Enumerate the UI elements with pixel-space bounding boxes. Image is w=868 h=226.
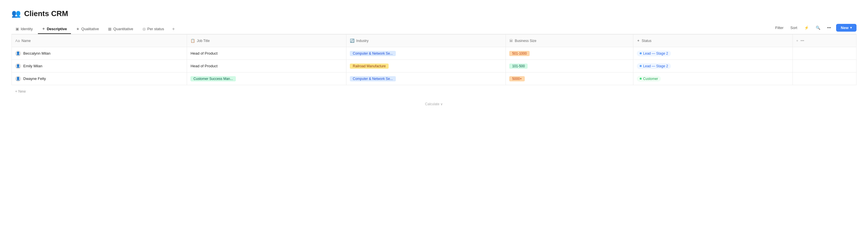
cell-status: Lead — Stage 2 bbox=[633, 60, 793, 73]
status-label: Lead — Stage 2 bbox=[643, 52, 668, 56]
calculate-row[interactable]: Calculate ∨ bbox=[12, 98, 857, 110]
page-title: Clients CRM bbox=[24, 9, 68, 18]
person-name: Dwayne Felty bbox=[23, 77, 46, 81]
status-label: Customer bbox=[643, 77, 658, 81]
tab-identity[interactable]: ▣ Identity bbox=[11, 24, 37, 34]
status-dot bbox=[640, 78, 642, 80]
bizsize-tag: 5000+ bbox=[509, 76, 525, 81]
new-button[interactable]: New ▾ bbox=[836, 24, 857, 32]
col-options-icon[interactable]: ••• bbox=[801, 39, 804, 43]
name-col-icon: Aa bbox=[15, 38, 20, 43]
status-dot bbox=[640, 65, 642, 67]
status-col-icon: ✦ bbox=[637, 38, 640, 43]
tab-quantitative[interactable]: ▦ Quantitative bbox=[104, 24, 137, 34]
status-badge: Lead — Stage 2 bbox=[637, 63, 671, 69]
cell-bizsize: 501-1000 bbox=[506, 47, 633, 60]
col-header-jobtitle: 📋 Job Title bbox=[187, 34, 346, 47]
page-icon: 👥 bbox=[11, 9, 21, 18]
person-icon: 👤 bbox=[15, 51, 21, 56]
cell-actions bbox=[793, 47, 856, 60]
lightning-button[interactable]: ⚡ bbox=[803, 24, 811, 31]
cell-jobtitle: Head of Product bbox=[187, 60, 346, 73]
status-badge: Lead — Stage 2 bbox=[637, 51, 671, 56]
col-header-industry: 🔄 Industry bbox=[346, 34, 506, 47]
table-header-row: Aa Name 📋 Job Title 🔄 Industry bbox=[12, 34, 857, 47]
new-chevron-icon: ▾ bbox=[850, 26, 852, 30]
cell-jobtitle: Customer Success Man... bbox=[187, 73, 346, 85]
tab-qualitative[interactable]: ★ Qualitative bbox=[72, 24, 103, 34]
cell-actions bbox=[793, 60, 856, 73]
table-row[interactable]: 👤Emily MilanHead of ProductRailroad Manu… bbox=[12, 60, 857, 73]
table-row[interactable]: 👤Beccalynn MilanHead of ProductComputer … bbox=[12, 47, 857, 60]
person-icon: 👤 bbox=[15, 76, 21, 82]
add-tab-button[interactable]: + bbox=[169, 24, 178, 34]
identity-icon: ▣ bbox=[16, 27, 19, 31]
crm-table: Aa Name 📋 Job Title 🔄 Industry bbox=[11, 34, 857, 110]
jobtitle-value: Head of Product bbox=[190, 64, 217, 68]
filter-button[interactable]: Filter bbox=[774, 24, 785, 31]
col-header-bizsize: 🏛 Business Size bbox=[506, 34, 633, 47]
industry-tag: Computer & Network Se... bbox=[350, 76, 396, 81]
person-name: Beccalynn Milan bbox=[23, 51, 51, 56]
bizsize-tag: 101-500 bbox=[509, 63, 528, 69]
col-header-actions: + ••• bbox=[793, 34, 856, 47]
search-button[interactable]: 🔍 bbox=[814, 24, 822, 31]
quantitative-icon: ▦ bbox=[108, 27, 112, 31]
add-new-row[interactable]: + New bbox=[12, 85, 857, 98]
industry-col-icon: 🔄 bbox=[350, 38, 354, 43]
cell-bizsize: 5000+ bbox=[506, 73, 633, 85]
descriptive-icon: ✦ bbox=[42, 27, 45, 31]
cell-status: Lead — Stage 2 bbox=[633, 47, 793, 60]
cell-industry: Computer & Network Se... bbox=[346, 73, 506, 85]
add-col-icon[interactable]: + bbox=[796, 39, 798, 43]
jobtitle-value: Head of Product bbox=[190, 51, 217, 56]
cell-name: 👤Beccalynn Milan bbox=[12, 47, 187, 60]
status-label: Lead — Stage 2 bbox=[643, 64, 668, 68]
calculate-label[interactable]: Calculate ∨ bbox=[12, 98, 857, 110]
cell-status: Customer bbox=[633, 73, 793, 85]
bizsize-col-icon: 🏛 bbox=[509, 38, 513, 43]
cell-industry: Railroad Manufacture bbox=[346, 60, 506, 73]
cell-jobtitle: Head of Product bbox=[187, 47, 346, 60]
cell-name: 👤Dwayne Felty bbox=[12, 73, 187, 85]
jobtitle-col-icon: 📋 bbox=[190, 38, 195, 43]
jobtitle-tag: Customer Success Man... bbox=[190, 76, 236, 81]
qualitative-icon: ★ bbox=[76, 27, 80, 31]
tab-descriptive[interactable]: ✦ Descriptive bbox=[38, 24, 71, 34]
cell-bizsize: 101-500 bbox=[506, 60, 633, 73]
cell-name: 👤Emily Milan bbox=[12, 60, 187, 73]
tab-per-status[interactable]: ◎ Per status bbox=[138, 24, 168, 34]
col-header-status: ✦ Status bbox=[633, 34, 793, 47]
person-name: Emily Milan bbox=[23, 64, 42, 68]
add-new-label[interactable]: + New bbox=[12, 85, 857, 98]
industry-tag: Computer & Network Se... bbox=[350, 51, 396, 56]
table-row[interactable]: 👤Dwayne FeltyCustomer Success Man...Comp… bbox=[12, 73, 857, 85]
sort-button[interactable]: Sort bbox=[789, 24, 799, 31]
cell-industry: Computer & Network Se... bbox=[346, 47, 506, 60]
cell-actions bbox=[793, 73, 856, 85]
industry-tag: Railroad Manufacture bbox=[350, 63, 389, 69]
col-header-name: Aa Name bbox=[12, 34, 187, 47]
status-dot bbox=[640, 52, 642, 54]
tabs-bar: ▣ Identity ✦ Descriptive ★ Qualitative ▦… bbox=[11, 24, 857, 34]
status-badge: Customer bbox=[637, 76, 661, 82]
per-status-icon: ◎ bbox=[143, 27, 146, 31]
toolbar-right: Filter Sort ⚡ 🔍 ••• New ▾ bbox=[774, 24, 857, 34]
more-button[interactable]: ••• bbox=[826, 24, 833, 31]
bizsize-tag: 501-1000 bbox=[509, 51, 530, 56]
person-icon: 👤 bbox=[15, 63, 21, 69]
